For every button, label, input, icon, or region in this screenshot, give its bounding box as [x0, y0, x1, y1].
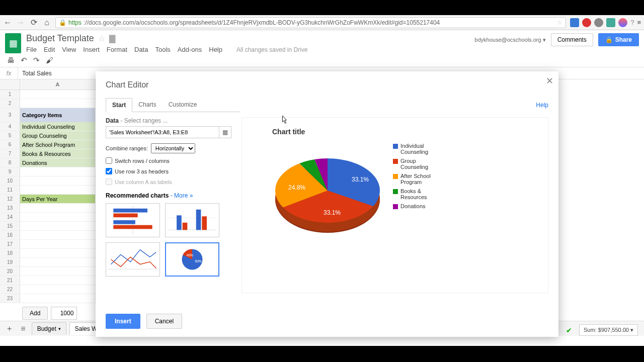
ext-icon[interactable]: [582, 18, 591, 27]
forward-icon[interactable]: →: [16, 18, 25, 27]
cell[interactable]: [20, 294, 96, 303]
ext-icon[interactable]: [618, 18, 627, 27]
all-sheets-icon[interactable]: ≡: [18, 322, 28, 335]
row-header[interactable]: 12: [0, 195, 20, 203]
row-header[interactable]: 22: [0, 285, 20, 294]
row-header[interactable]: 9: [0, 167, 20, 176]
row-header[interactable]: 18: [0, 249, 20, 257]
rec-pie[interactable]: 40%60%: [165, 242, 219, 277]
add-rows-button[interactable]: Add: [22, 307, 48, 320]
column-header[interactable]: A: [20, 79, 96, 89]
folder-icon[interactable]: ▇: [109, 34, 115, 43]
row-header[interactable]: 17: [0, 240, 20, 248]
menu-data[interactable]: Data: [134, 46, 148, 53]
menu-help[interactable]: Help: [209, 46, 222, 53]
range-field[interactable]: [106, 127, 219, 138]
paint-format-icon[interactable]: 🖌: [46, 56, 53, 64]
row-header[interactable]: 5: [0, 131, 20, 140]
close-icon[interactable]: ✕: [546, 75, 553, 86]
cancel-button[interactable]: Cancel: [146, 314, 182, 329]
help-link[interactable]: Help: [536, 102, 548, 109]
reload-icon[interactable]: ⟳: [29, 18, 38, 27]
redo-icon[interactable]: ↷: [33, 56, 40, 65]
cell[interactable]: Category Items: [20, 108, 96, 122]
range-input[interactable]: ▦: [106, 126, 231, 138]
cell[interactable]: [20, 249, 96, 257]
rec-bar-vertical[interactable]: [165, 203, 219, 237]
cell[interactable]: [20, 222, 96, 230]
url-bar[interactable]: 🔒 https://docs.google.com/a/ocschools.or…: [55, 17, 566, 28]
back-icon[interactable]: ←: [3, 18, 12, 27]
row-header[interactable]: 23: [0, 294, 20, 303]
formula-value[interactable]: Total Sales: [18, 70, 56, 77]
cell[interactable]: Individual Counseling: [20, 122, 96, 131]
row-header[interactable]: 8: [0, 158, 20, 167]
cell[interactable]: [20, 90, 96, 99]
help-icon[interactable]: ?: [630, 19, 634, 26]
sheets-logo-icon[interactable]: ▦: [5, 33, 21, 53]
user-email[interactable]: bdykhouse@ocschools.org ▾: [474, 37, 545, 43]
cell[interactable]: [20, 176, 96, 185]
cell[interactable]: Days Per Year: [20, 195, 96, 203]
row-header[interactable]: 7: [0, 149, 20, 158]
menu-add-ons[interactable]: Add-ons: [178, 46, 202, 53]
row-header[interactable]: 19: [0, 258, 20, 266]
row-header[interactable]: 3: [0, 108, 20, 122]
rec-line[interactable]: [106, 242, 160, 277]
cell[interactable]: Books & Resources: [20, 149, 96, 158]
star-icon[interactable]: ☆: [557, 19, 562, 26]
cell[interactable]: Donations: [20, 158, 96, 167]
cell[interactable]: After School Program: [20, 140, 96, 149]
menu-edit[interactable]: Edit: [44, 46, 55, 53]
cell[interactable]: [20, 276, 96, 285]
menu-view[interactable]: View: [62, 46, 76, 53]
cell[interactable]: [20, 213, 96, 221]
row-header[interactable]: 10: [0, 176, 20, 185]
menu-insert[interactable]: Insert: [83, 46, 100, 53]
cell[interactable]: [20, 240, 96, 248]
comments-button[interactable]: Comments: [551, 33, 593, 46]
menu-file[interactable]: File: [26, 46, 37, 53]
share-button[interactable]: 🔒Share: [598, 33, 639, 46]
ext-icon[interactable]: [570, 18, 579, 27]
menu-icon[interactable]: ≡: [637, 19, 641, 26]
cell[interactable]: Group Counseling: [20, 131, 96, 140]
sum-display[interactable]: Sum: $907,550.00 ▾: [579, 324, 638, 336]
cell[interactable]: [20, 285, 96, 294]
row-header[interactable]: 13: [0, 204, 20, 212]
row-header[interactable]: 6: [0, 140, 20, 149]
use-col-labels-checkbox[interactable]: Use column A as labels: [106, 178, 231, 185]
tab-charts[interactable]: Charts: [132, 98, 162, 112]
star-icon[interactable]: ☆: [98, 34, 105, 43]
insert-button[interactable]: Insert: [106, 314, 140, 329]
row-header[interactable]: 11: [0, 186, 20, 194]
add-sheet-icon[interactable]: +: [4, 322, 15, 335]
row-header[interactable]: 1: [0, 90, 20, 99]
doc-title[interactable]: Budget Template: [26, 33, 94, 44]
row-header[interactable]: 14: [0, 213, 20, 221]
ext-icon[interactable]: [594, 18, 603, 27]
ext-icon[interactable]: [606, 18, 615, 27]
cell[interactable]: [20, 99, 96, 108]
sheet-tab-budget[interactable]: Budget▾: [32, 322, 66, 335]
cell[interactable]: [20, 167, 96, 176]
row-header[interactable]: 2: [0, 99, 20, 108]
grid-select-icon[interactable]: ▦: [219, 127, 231, 138]
cell[interactable]: [20, 231, 96, 239]
more-link[interactable]: - More »: [169, 192, 193, 199]
combine-select[interactable]: Horizontally: [151, 143, 195, 153]
row-header[interactable]: 21: [0, 276, 20, 285]
cell[interactable]: [20, 258, 96, 266]
row-header[interactable]: 16: [0, 231, 20, 239]
cell[interactable]: [20, 267, 96, 276]
tab-start[interactable]: Start: [106, 98, 132, 112]
cell[interactable]: [20, 186, 96, 194]
menu-tools[interactable]: Tools: [155, 46, 170, 53]
select-all-corner[interactable]: [0, 79, 20, 89]
row-header[interactable]: 15: [0, 222, 20, 230]
tab-customize[interactable]: Customize: [163, 98, 203, 112]
switch-rows-checkbox[interactable]: Switch rows / columns: [106, 157, 231, 164]
undo-icon[interactable]: ↶: [21, 56, 27, 65]
print-icon[interactable]: 🖶: [7, 56, 15, 64]
use-row-headers-checkbox[interactable]: Use row 3 as headers: [106, 168, 231, 174]
